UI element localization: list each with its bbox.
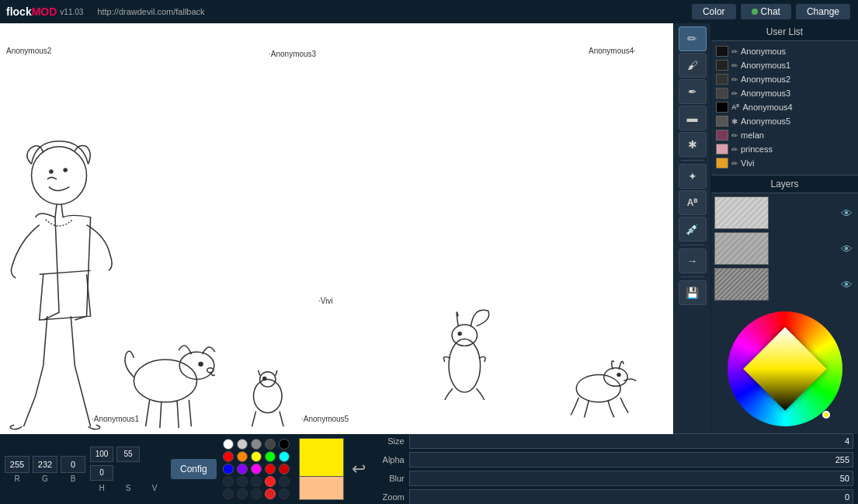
transform-arrow[interactable]: ↩: [349, 456, 369, 482]
alpha-input[interactable]: [409, 452, 853, 468]
user-item[interactable]: ✏ Anonymous2: [711, 72, 858, 86]
user-color-melan: [716, 130, 728, 141]
color-dot-green[interactable]: [265, 451, 276, 462]
h-input[interactable]: [90, 447, 113, 462]
config-button[interactable]: Config: [171, 459, 217, 479]
user-pencil-icon: ✏: [731, 75, 738, 84]
color-wheel[interactable]: [728, 311, 842, 426]
layer-eye-1[interactable]: 👁: [838, 204, 855, 221]
user-list: User List ✏ Anonymous ✏ Anonymous1 ✏ Ano…: [711, 23, 858, 173]
color-dot-empty6[interactable]: [237, 488, 248, 499]
color-dot-red[interactable]: [223, 451, 234, 462]
zoom-label: Zoom: [373, 492, 405, 502]
color-dot-empty5[interactable]: [223, 488, 234, 499]
layer-eye-3[interactable]: 👁: [838, 276, 855, 293]
blur-input[interactable]: [409, 471, 853, 486]
user-item[interactable]: ✏ melan: [711, 128, 858, 142]
move-tool[interactable]: →: [679, 249, 707, 273]
color-dot-redsel2[interactable]: [265, 488, 276, 499]
color-dot-empty7[interactable]: [251, 488, 262, 499]
color-dot-yellow[interactable]: [251, 451, 262, 462]
color-button[interactable]: Color: [692, 4, 736, 19]
size-input[interactable]: [409, 433, 853, 449]
svg-point-22: [263, 377, 266, 381]
user-pencil-icon: ✏: [731, 89, 738, 98]
s-input[interactable]: [116, 447, 140, 462]
user-item[interactable]: Aᴮ Anonymous4: [711, 100, 858, 114]
layer-thumb-1: [714, 196, 769, 229]
color-preview-secondary[interactable]: [299, 477, 344, 500]
g-input[interactable]: [33, 456, 57, 473]
canvas-area[interactable]: Anonymous2 ·Anonymous3 Anonymous4· ·Anon…: [0, 23, 673, 434]
chat-status-dot: [752, 9, 758, 15]
user-item[interactable]: ✏ Anonymous1: [711, 58, 858, 72]
color-dot-empty4[interactable]: [279, 476, 290, 487]
color-dot-redsel[interactable]: [265, 476, 276, 487]
text-tool[interactable]: Aᴮ: [679, 190, 707, 215]
svg-point-1: [50, 170, 53, 173]
color-dot-blue[interactable]: [223, 464, 234, 474]
tools-panel: ✏ 🖌 ✒ ▬ ✱ ✦ Aᴮ 💉 → 💾: [673, 23, 710, 434]
user-item[interactable]: ✱ Anonymous5: [711, 114, 858, 128]
user-item[interactable]: ✏ princess: [711, 142, 858, 156]
user-list-header: User List: [711, 23, 858, 41]
color-preview-main[interactable]: [299, 438, 344, 477]
color-dot-black[interactable]: [279, 439, 290, 450]
user-name-melan: melan: [741, 130, 764, 140]
color-dot-red2[interactable]: [265, 464, 276, 474]
color-dot-red3[interactable]: [279, 464, 290, 474]
color-dot-white[interactable]: [223, 439, 234, 450]
layer-item-1[interactable]: 👁: [714, 196, 855, 229]
color-dot-empty1[interactable]: [223, 476, 234, 487]
user-item[interactable]: ✏ Anonymous3: [711, 86, 858, 100]
color-dot-empty8[interactable]: [279, 488, 290, 499]
user-item[interactable]: ✏ Vivi: [711, 156, 858, 170]
color-dot-lgray[interactable]: [237, 439, 248, 450]
svg-line-13: [189, 400, 191, 426]
user-text-icon: Aᴮ: [731, 103, 740, 111]
layer-item-2[interactable]: 👁: [714, 232, 855, 265]
b-input[interactable]: [61, 456, 85, 473]
change-button[interactable]: Change: [796, 4, 850, 19]
blur-label: Blur: [373, 474, 405, 483]
color-dot-purple[interactable]: [237, 464, 248, 474]
user-name-princess: princess: [741, 144, 773, 154]
wheel-cursor: [822, 411, 830, 419]
color-dot-cyan[interactable]: [279, 451, 290, 462]
s-label: S: [116, 484, 140, 492]
color-diamond[interactable]: [743, 327, 826, 410]
fill-tool[interactable]: ▬: [679, 106, 707, 130]
svg-point-7: [179, 352, 214, 379]
user-star-icon: ✱: [731, 117, 738, 126]
bottom-bar: R G B H S V Config: [0, 434, 858, 504]
svg-line-11: [160, 401, 162, 428]
layer-thumb-3: [714, 268, 769, 301]
color-dot-empty3[interactable]: [251, 476, 262, 487]
color-dot-empty2[interactable]: [237, 476, 248, 487]
pen-tool[interactable]: ✒: [679, 79, 707, 104]
layer-item-3[interactable]: 👁: [714, 268, 855, 301]
v-input[interactable]: [90, 465, 113, 481]
color-dot-dgray[interactable]: [265, 439, 276, 450]
layers-panel: Layers 👁 👁: [711, 175, 858, 304]
canvas[interactable]: [0, 23, 673, 434]
zoom-input[interactable]: [409, 489, 853, 504]
color-dot-gray[interactable]: [251, 439, 262, 450]
user-name-anonymous3: Anonymous3: [741, 89, 790, 98]
brush-tool[interactable]: 🖌: [679, 53, 707, 78]
color-wheel-area[interactable]: [711, 304, 858, 434]
svg-line-24: [280, 412, 283, 427]
color-dot-pink[interactable]: [251, 464, 262, 474]
color-dot-orange[interactable]: [237, 451, 248, 462]
eraser-tool[interactable]: ✱: [679, 132, 707, 157]
r-input[interactable]: [5, 456, 30, 473]
save-tool[interactable]: 💾: [679, 280, 707, 305]
eyedropper-tool[interactable]: 💉: [679, 217, 707, 242]
logo: flockMOD v11.03: [0, 5, 89, 18]
layer-eye-2[interactable]: 👁: [838, 240, 855, 257]
user-pencil-icon: ✏: [731, 47, 738, 56]
pencil-tool[interactable]: ✏: [679, 26, 707, 51]
spray-tool[interactable]: ✦: [679, 164, 707, 189]
chat-button[interactable]: Chat: [741, 4, 791, 19]
user-item[interactable]: ✏ Anonymous: [711, 44, 858, 58]
